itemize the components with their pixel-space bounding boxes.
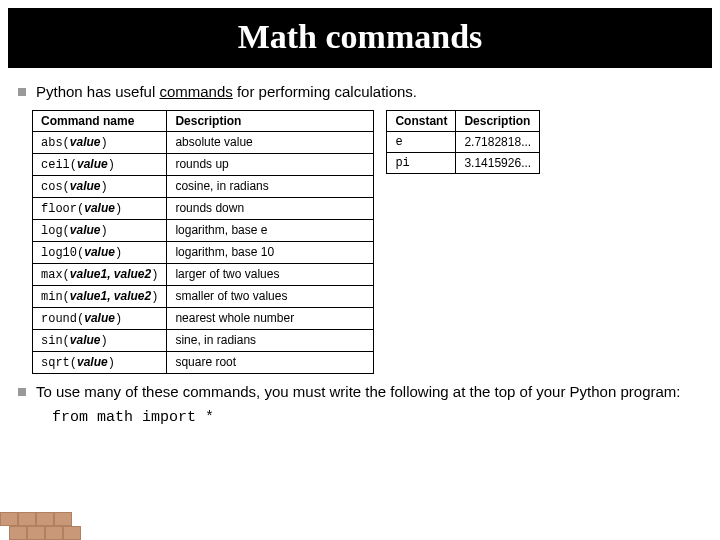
cmd-post: ) xyxy=(151,268,158,282)
cmd-pre: max( xyxy=(41,268,70,282)
table-row: abs(value)absolute value xyxy=(33,131,374,153)
table-header-row: Command name Description xyxy=(33,110,374,131)
cmd-pre: round( xyxy=(41,312,84,326)
table-row: ceil(value)rounds up xyxy=(33,153,374,175)
intro-underlined: commands xyxy=(159,83,232,100)
header-description: Description xyxy=(456,110,540,131)
cmd-desc: cosine, in radians xyxy=(167,175,374,197)
slide-content: Python has useful commands for performin… xyxy=(0,68,720,426)
cmd-args: value xyxy=(84,201,115,215)
header-command-name: Command name xyxy=(33,110,167,131)
intro-bullet: Python has useful commands for performin… xyxy=(14,82,706,102)
cmd-pre: log10( xyxy=(41,246,84,260)
cmd-desc: absolute value xyxy=(167,131,374,153)
intro-pre: Python has useful xyxy=(36,83,159,100)
table-row: log10(value)logarithm, base 10 xyxy=(33,241,374,263)
cmd-pre: min( xyxy=(41,290,70,304)
cmd-pre: floor( xyxy=(41,202,84,216)
table-row: max(value1, value2)larger of two values xyxy=(33,263,374,285)
cmd-post: ) xyxy=(101,136,108,150)
tables-row: Command name Description abs(value)absol… xyxy=(32,110,700,374)
cmd-desc: smaller of two values xyxy=(167,285,374,307)
cmd-desc: rounds up xyxy=(167,153,374,175)
header-description: Description xyxy=(167,110,374,131)
intro-text: Python has useful commands for performin… xyxy=(36,82,417,102)
table-row: cos(value)cosine, in radians xyxy=(33,175,374,197)
const-desc: 3.1415926... xyxy=(456,152,540,173)
outro-text: To use many of these commands, you must … xyxy=(36,382,681,402)
constants-table: Constant Description e2.7182818... pi3.1… xyxy=(386,110,540,174)
cmd-desc: logarithm, base 10 xyxy=(167,241,374,263)
cmd-args: value1, value2 xyxy=(70,289,151,303)
table-row: e2.7182818... xyxy=(387,131,540,152)
intro-post: for performing calculations. xyxy=(233,83,417,100)
table-row: round(value)nearest whole number xyxy=(33,307,374,329)
cmd-post: ) xyxy=(115,246,122,260)
cmd-desc: nearest whole number xyxy=(167,307,374,329)
brick-decoration xyxy=(0,512,72,540)
cmd-args: value xyxy=(77,157,108,171)
table-row: sqrt(value)square root xyxy=(33,351,374,373)
cmd-args: value xyxy=(84,311,115,325)
table-row: log(value)logarithm, base e xyxy=(33,219,374,241)
cmd-pre: sqrt( xyxy=(41,356,77,370)
code-line: from math import * xyxy=(52,409,706,426)
table-row: pi3.1415926... xyxy=(387,152,540,173)
cmd-post: ) xyxy=(108,158,115,172)
cmd-desc: sine, in radians xyxy=(167,329,374,351)
cmd-args: value xyxy=(70,223,101,237)
cmd-desc: square root xyxy=(167,351,374,373)
table-row: min(value1, value2)smaller of two values xyxy=(33,285,374,307)
cmd-post: ) xyxy=(115,312,122,326)
cmd-pre: abs( xyxy=(41,136,70,150)
header-constant: Constant xyxy=(387,110,456,131)
cmd-pre: log( xyxy=(41,224,70,238)
table-row: floor(value)rounds down xyxy=(33,197,374,219)
cmd-post: ) xyxy=(101,334,108,348)
cmd-desc: logarithm, base e xyxy=(167,219,374,241)
table-row: sin(value)sine, in radians xyxy=(33,329,374,351)
const-name: e xyxy=(387,131,456,152)
cmd-pre: sin( xyxy=(41,334,70,348)
cmd-desc: larger of two values xyxy=(167,263,374,285)
commands-table: Command name Description abs(value)absol… xyxy=(32,110,374,374)
cmd-post: ) xyxy=(101,224,108,238)
cmd-args: value xyxy=(70,333,101,347)
cmd-args: value xyxy=(70,179,101,193)
cmd-post: ) xyxy=(101,180,108,194)
outro-bullet: To use many of these commands, you must … xyxy=(14,382,706,402)
cmd-args: value xyxy=(84,245,115,259)
cmd-args: value xyxy=(70,135,101,149)
slide-title: Math commands xyxy=(8,8,712,68)
cmd-pre: ceil( xyxy=(41,158,77,172)
table-header-row: Constant Description xyxy=(387,110,540,131)
bullet-icon xyxy=(18,88,26,96)
bullet-icon xyxy=(18,388,26,396)
cmd-desc: rounds down xyxy=(167,197,374,219)
cmd-post: ) xyxy=(108,356,115,370)
cmd-args: value xyxy=(77,355,108,369)
const-desc: 2.7182818... xyxy=(456,131,540,152)
cmd-pre: cos( xyxy=(41,180,70,194)
cmd-args: value1, value2 xyxy=(70,267,151,281)
cmd-post: ) xyxy=(151,290,158,304)
const-name: pi xyxy=(387,152,456,173)
cmd-post: ) xyxy=(115,202,122,216)
